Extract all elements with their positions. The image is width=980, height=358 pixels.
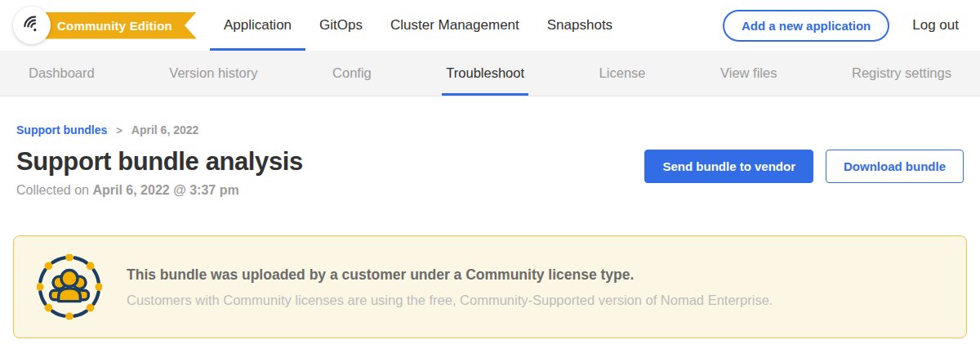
top-nav: Community Edition Application GitOps Clu… — [0, 0, 980, 51]
subnav-item-config[interactable]: Config — [328, 51, 376, 96]
title-row: Support bundle analysis Collected on Apr… — [16, 147, 964, 198]
subnav-item-troubleshoot[interactable]: Troubleshoot — [442, 51, 528, 96]
collected-date: April 6, 2022 @ 3:37 pm — [92, 183, 238, 197]
tab-cluster-management[interactable]: Cluster Management — [376, 0, 533, 51]
download-bundle-button[interactable]: Download bundle — [826, 150, 964, 183]
collected-timestamp: Collected on April 6, 2022 @ 3:37 pm — [16, 183, 303, 198]
top-nav-tabs: Application GitOps Cluster Management Sn… — [210, 0, 626, 51]
notice-text: This bundle was uploaded by a customer u… — [127, 266, 773, 308]
brand: Community Edition — [13, 0, 197, 51]
logout-link[interactable]: Log out — [912, 17, 959, 34]
tab-snapshots[interactable]: Snapshots — [533, 0, 626, 51]
breadcrumb: Support bundles > April 6, 2022 — [16, 123, 964, 136]
notice-title: This bundle was uploaded by a customer u… — [127, 266, 773, 284]
replicated-logo[interactable] — [13, 7, 51, 44]
breadcrumb-support-bundles-link[interactable]: Support bundles — [16, 123, 107, 136]
title-block: Support bundle analysis Collected on Apr… — [16, 147, 303, 198]
add-new-application-button[interactable]: Add a new application — [723, 10, 889, 42]
subnav-item-registry-settings[interactable]: Registry settings — [848, 51, 956, 96]
subnav-item-view-files[interactable]: View files — [716, 51, 781, 96]
page-title: Support bundle analysis — [16, 147, 303, 177]
bundle-actions: Send bundle to vendor Download bundle — [644, 150, 964, 183]
collected-prefix: Collected on — [16, 183, 89, 197]
notice-subtitle: Customers with Community licenses are us… — [127, 293, 773, 308]
replicated-logo-icon — [21, 13, 43, 38]
community-edition-badge: Community Edition — [38, 12, 197, 39]
tab-application[interactable]: Application — [210, 0, 305, 51]
tab-gitops[interactable]: GitOps — [305, 0, 376, 51]
send-bundle-to-vendor-button[interactable]: Send bundle to vendor — [644, 150, 813, 183]
subnav-item-version-history[interactable]: Version history — [165, 51, 261, 96]
app-sub-nav: Dashboard Version history Config Trouble… — [0, 51, 980, 96]
breadcrumb-current: April 6, 2022 — [131, 123, 199, 136]
breadcrumb-separator: > — [116, 124, 122, 136]
community-icon — [37, 254, 102, 320]
community-license-notice: This bundle was uploaded by a customer u… — [13, 235, 967, 338]
top-nav-right: Add a new application Log out — [723, 10, 959, 42]
subnav-item-dashboard[interactable]: Dashboard — [24, 51, 99, 96]
main-content: Support bundles > April 6, 2022 Support … — [0, 123, 980, 338]
subnav-item-license[interactable]: License — [595, 51, 650, 96]
